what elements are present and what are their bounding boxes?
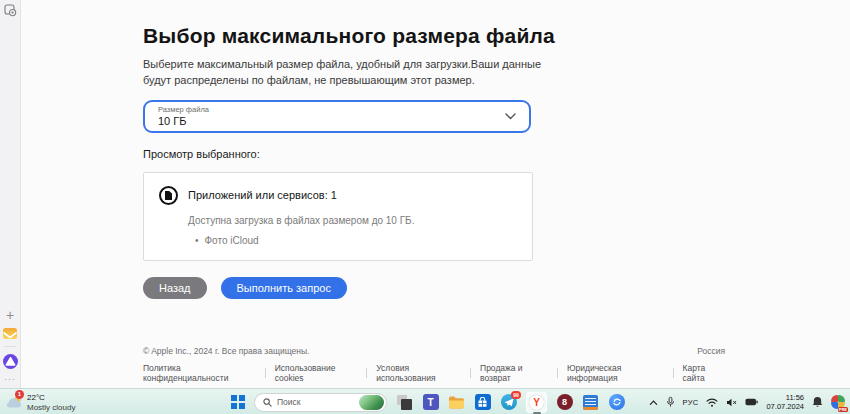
clock-time: 11:56: [766, 393, 804, 402]
divider: [673, 368, 674, 378]
page-title: Выбор максимального размера файла: [143, 24, 743, 48]
weather-widget[interactable]: 1 22°C Mostly cloudy: [5, 391, 75, 413]
file-size-select[interactable]: Размер файла 10 ГБ: [143, 100, 531, 133]
selection-card: Приложений или сервисов: 1 Доступна загр…: [143, 172, 533, 261]
page-footer: © Apple Inc., 2024 г. Все права защищены…: [143, 346, 725, 383]
volume-muted-icon[interactable]: [726, 398, 737, 407]
clock-widget[interactable]: 11:56 07.07.2024: [766, 393, 804, 411]
teams-app-icon[interactable]: T: [422, 394, 439, 411]
screenshot-tool-button[interactable]: [3, 3, 18, 18]
yandex-mail-icon[interactable]: [3, 328, 17, 339]
file-explorer-icon[interactable]: [448, 394, 465, 411]
divider: [4, 346, 16, 347]
microsoft-store-icon[interactable]: [474, 394, 491, 411]
tray-expand-chevron[interactable]: [649, 399, 658, 406]
notebook-app-icon[interactable]: [582, 394, 599, 411]
browser-side-panel: + ···: [0, 0, 21, 388]
search-icon: [263, 398, 272, 407]
screenshot-icon: [4, 4, 17, 17]
taskbar-search[interactable]: Поиск: [254, 393, 387, 412]
telegram-app-icon[interactable]: 99: [500, 394, 517, 411]
select-value: 10 ГБ: [158, 115, 209, 128]
chevron-down-icon: [505, 113, 516, 120]
maroon-app-icon[interactable]: 8: [556, 394, 573, 411]
card-subtitle: Доступна загрузка в файлах размером до 1…: [188, 215, 517, 226]
copilot-icon[interactable]: PRE: [831, 395, 845, 409]
footer-link-terms[interactable]: Условия использования: [376, 363, 461, 383]
more-button[interactable]: ···: [4, 376, 16, 382]
back-button[interactable]: Назад: [143, 277, 207, 299]
document-circle-icon: [159, 186, 178, 205]
wifi-icon[interactable]: [706, 398, 718, 407]
copyright-text: © Apple Inc., 2024 г. Все права защищены…: [143, 346, 309, 356]
telegram-badge: 99: [511, 391, 521, 399]
notification-badge: 1: [15, 390, 24, 399]
page-content: Выбор максимального размера файла Выбери…: [143, 24, 743, 299]
microphone-icon[interactable]: [666, 396, 675, 408]
footer-link-privacy[interactable]: Политика конфиденциальности: [143, 363, 256, 383]
divider: [366, 368, 367, 378]
footer-link-cookies[interactable]: Использование cookies: [275, 363, 358, 383]
page-description: Выберите максимальный размер файла, удоб…: [143, 57, 543, 89]
divider: [265, 368, 266, 378]
divider: [557, 368, 558, 378]
clock-date: 07.07.2024: [766, 402, 804, 411]
search-daily-image[interactable]: [359, 395, 384, 410]
language-indicator[interactable]: РУС: [683, 398, 699, 407]
weather-condition: Mostly cloudy: [27, 403, 75, 413]
submit-request-button[interactable]: Выполнить запрос: [221, 277, 347, 299]
notifications-bell-icon[interactable]: [812, 396, 823, 408]
battery-icon[interactable]: [745, 398, 758, 406]
add-panel-button[interactable]: +: [6, 309, 14, 321]
footer-link-legal[interactable]: Юридическая информация: [567, 363, 664, 383]
task-view-button[interactable]: [396, 394, 413, 411]
divider: [470, 368, 471, 378]
card-list-item: Фото iCloud: [195, 235, 517, 246]
windows-taskbar: 1 22°C Mostly cloudy Поиск T: [0, 388, 850, 414]
card-title: Приложений или сервисов: 1: [188, 189, 337, 201]
select-label: Размер файла: [158, 105, 209, 115]
yandex-browser-icon-active[interactable]: Y: [526, 392, 547, 413]
active-app-indicator: [533, 412, 541, 414]
search-placeholder: Поиск: [277, 397, 354, 407]
preview-label: Просмотр выбранного:: [143, 148, 743, 160]
footer-link-sales[interactable]: Продажа и возврат: [480, 363, 548, 383]
copilot-preview-badge: PRE: [838, 407, 848, 412]
start-button[interactable]: [231, 395, 245, 409]
footer-link-sitemap[interactable]: Карта сайта: [682, 363, 725, 383]
region-link[interactable]: Россия: [697, 346, 725, 356]
weather-temp: 22°C: [27, 393, 75, 403]
sync-app-icon[interactable]: [608, 394, 625, 411]
alice-assistant-icon[interactable]: [3, 354, 18, 369]
